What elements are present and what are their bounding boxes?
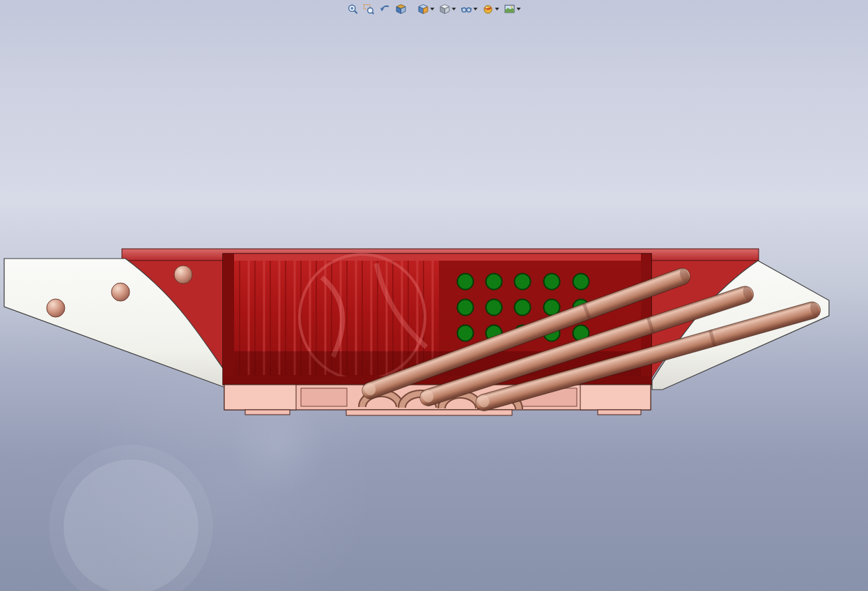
model-render[interactable] — [0, 0, 868, 591]
display-style-button[interactable] — [438, 2, 458, 16]
edit-appearance-button[interactable] — [481, 2, 501, 16]
view-orientation-button[interactable] — [417, 2, 436, 16]
zoom-to-area-icon — [364, 3, 375, 15]
chevron-down-icon — [431, 8, 435, 10]
appearance-ball-icon — [483, 3, 494, 15]
zoom-in-icon — [348, 3, 359, 15]
chevron-down-icon — [452, 8, 456, 10]
chevron-down-icon — [517, 8, 521, 10]
mounting-ball[interactable] — [174, 266, 192, 284]
heads-up-toolbar — [346, 2, 522, 16]
mounting-ball[interactable] — [111, 283, 130, 301]
cad-viewport[interactable] — [0, 0, 868, 591]
chevron-down-icon — [474, 8, 478, 10]
previous-view-icon — [380, 3, 391, 15]
display-style-icon — [440, 3, 451, 15]
view-orientation-icon — [418, 3, 429, 15]
chevron-down-icon — [495, 8, 499, 10]
eyeglasses-icon — [461, 3, 472, 15]
zoom-in-button[interactable] — [346, 2, 360, 16]
previous-view-button[interactable] — [378, 2, 392, 16]
hide-show-items-button[interactable] — [460, 2, 479, 16]
scene-picture-icon — [504, 3, 516, 15]
apply-scene-button[interactable] — [503, 2, 522, 16]
zoom-to-area-button[interactable] — [362, 2, 376, 16]
mounting-ball[interactable] — [47, 299, 65, 317]
section-view-button[interactable] — [394, 2, 408, 16]
section-view-icon — [396, 3, 407, 15]
